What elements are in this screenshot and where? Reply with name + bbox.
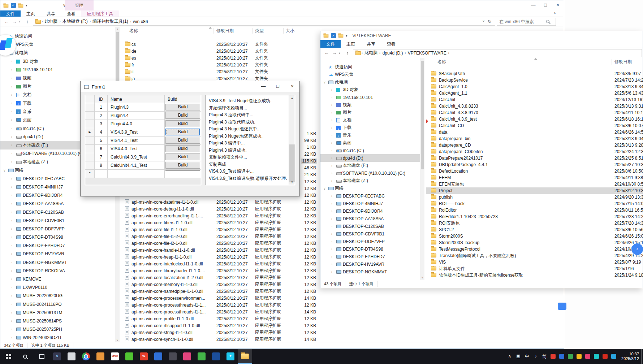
tree-item[interactable]: › DESKTOP-0EC7ABC bbox=[320, 192, 420, 200]
file-row[interactable]: api-ms-win-core-namedpipe-l1-1-0.dll 202… bbox=[120, 288, 559, 295]
expander-icon[interactable]: › bbox=[11, 93, 16, 97]
expander-icon[interactable]: › bbox=[11, 194, 16, 197]
tree-item[interactable]: › DESKTOP-DDF7VFP bbox=[320, 238, 420, 245]
tree-item[interactable]: › MUSE-20250725PH bbox=[0, 325, 115, 334]
expander-icon[interactable]: › bbox=[11, 269, 16, 273]
tray-app-icon[interactable] bbox=[566, 354, 575, 359]
log-scrollbar[interactable]: ▲ ▼ bbox=[289, 95, 295, 185]
tree-item[interactable]: › 3D 对象 bbox=[0, 57, 115, 66]
taskbar-file-explorer-button[interactable] bbox=[238, 349, 252, 364]
expander-icon[interactable]: › bbox=[331, 134, 336, 137]
cell-name[interactable]: VIS4.3.9_Test bbox=[108, 128, 165, 136]
cell-id[interactable] bbox=[95, 170, 108, 178]
expander-icon[interactable]: › bbox=[11, 143, 16, 147]
tree-item[interactable]: ∨ 网络 bbox=[320, 185, 420, 192]
tree-item[interactable]: › MUSE-20241116PO bbox=[0, 300, 115, 308]
expander-icon[interactable]: › bbox=[331, 164, 336, 168]
breadcrumb-item[interactable]: 此电脑 bbox=[363, 50, 379, 56]
build-button[interactable]: Build bbox=[165, 120, 200, 127]
tree-item[interactable]: 快速访问 bbox=[320, 63, 420, 71]
expander-icon[interactable]: › bbox=[11, 85, 16, 88]
folder-row[interactable]: publish 2024/9/20 13:38 bbox=[426, 194, 643, 200]
tree-item[interactable]: › KEMOVE bbox=[0, 275, 115, 283]
tree-item[interactable]: WPS云盘 bbox=[320, 71, 420, 78]
build-button[interactable]: Build bbox=[165, 104, 200, 110]
file-row[interactable]: api-ms-win-core-profile-l1-1-0.dll 2025/… bbox=[120, 315, 559, 322]
tree-item[interactable]: › 图片 bbox=[320, 109, 420, 116]
expander-icon[interactable]: › bbox=[11, 277, 16, 281]
ribbon-tab[interactable]: 主页 bbox=[341, 40, 361, 48]
address-dropdown-icon[interactable]: ∨ bbox=[482, 19, 485, 24]
tray-expand-icon[interactable]: ∧ bbox=[505, 354, 514, 360]
folder-row[interactable]: EFEM安装包 2024/10/30 8:54 bbox=[426, 181, 643, 187]
expander-icon[interactable]: › bbox=[331, 225, 336, 228]
search-input[interactable] bbox=[499, 19, 546, 24]
taskbar-app-button[interactable] bbox=[79, 349, 93, 364]
forward-icon[interactable]: → bbox=[10, 19, 18, 24]
build-button[interactable]: Build bbox=[165, 137, 200, 144]
expander-icon[interactable]: › bbox=[11, 177, 16, 181]
cell-name[interactable]: Plugin4.4.0 bbox=[108, 120, 165, 128]
build-button[interactable]: Build bbox=[165, 162, 200, 169]
cell-name[interactable]: Plugin4.4 bbox=[108, 112, 165, 120]
column-header-date[interactable]: 修改日期 bbox=[216, 28, 234, 34]
back-icon[interactable]: ← bbox=[323, 50, 331, 56]
expander-icon[interactable]: › bbox=[11, 101, 16, 105]
tree-item[interactable]: › MUSE-20220820UG bbox=[0, 292, 115, 300]
cell-id[interactable]: 4 bbox=[95, 128, 108, 136]
folder-row[interactable]: ROI——back 2025/7/15 14:01 bbox=[426, 200, 643, 207]
expander-icon[interactable]: › bbox=[11, 261, 16, 264]
expander-icon[interactable]: › bbox=[11, 311, 16, 315]
minimize-button[interactable]: — bbox=[527, 0, 539, 10]
cell-id[interactable]: 2 bbox=[95, 112, 108, 120]
tree-item[interactable]: › DESKTOP-AA18S5A bbox=[320, 215, 420, 222]
expander-icon[interactable]: › bbox=[11, 135, 16, 139]
expander-icon[interactable]: › bbox=[331, 240, 336, 243]
tree-item[interactable]: › DESKTOP-HV19AVR bbox=[320, 260, 420, 268]
ribbon-tab[interactable]: 共享 bbox=[361, 40, 381, 48]
app-tools-tab[interactable]: 应用程序工具 bbox=[81, 10, 119, 17]
folder-icon[interactable] bbox=[18, 4, 23, 8]
taskbar-app-button[interactable] bbox=[93, 349, 108, 364]
expander-icon[interactable]: › bbox=[11, 286, 16, 289]
tree-item[interactable]: › SOFTWARE (\\10.0.10.101) (G:) bbox=[320, 169, 420, 177]
tray-app-icon[interactable] bbox=[592, 354, 601, 359]
expander-icon[interactable]: › bbox=[331, 263, 336, 266]
expander-icon[interactable]: ∨ bbox=[323, 81, 328, 84]
ribbon-tab[interactable]: 查看 bbox=[381, 40, 401, 48]
folder-row[interactable]: Storm2000S_backup 2024/6/26 15:1 bbox=[426, 239, 643, 246]
tree-item[interactable]: › DESKTOP-C120SAB bbox=[0, 208, 115, 216]
taskbar-search-button[interactable] bbox=[17, 349, 33, 364]
expander-icon[interactable]: › bbox=[331, 217, 336, 221]
tree-item[interactable]: › 3D 对象 bbox=[320, 86, 420, 94]
grid-row[interactable]: 5 VIS4.4.1_Test Build bbox=[85, 136, 201, 145]
tree-item[interactable]: › 192.168.10.101 bbox=[0, 66, 115, 74]
tree-item[interactable]: › 音乐 bbox=[320, 131, 420, 139]
close-button[interactable]: × bbox=[552, 0, 564, 10]
tree-item[interactable]: ∨ 此电脑 bbox=[320, 78, 420, 86]
folder-row[interactable]: CalcAgent_1.0 2025/3/13 9:34 bbox=[426, 83, 643, 90]
folder-row[interactable]: CalcUnit_4.3.8.8233 2025/3/13 9:31 bbox=[426, 103, 643, 109]
grid-row[interactable]: 2 Plugin4.4 Build bbox=[85, 112, 201, 120]
row-selector[interactable] bbox=[85, 153, 95, 161]
tree-item[interactable]: › DESKTOP-NGKMMVT bbox=[320, 268, 420, 275]
maximize-button[interactable]: □ bbox=[271, 81, 285, 92]
cell-id[interactable]: 3 bbox=[95, 120, 108, 128]
tree-item[interactable]: › 下载 bbox=[320, 124, 420, 131]
expander-icon[interactable]: › bbox=[331, 156, 336, 160]
scrollbar-thumb[interactable] bbox=[289, 144, 295, 182]
grid-row[interactable]: 8 CalcUnit4.4.1_Test Build bbox=[85, 161, 201, 170]
search-box[interactable] bbox=[497, 18, 556, 26]
tree-item[interactable]: › MUSE-20250613TM bbox=[0, 308, 115, 317]
grid-row[interactable]: 3 Plugin4.4.0 Build bbox=[85, 120, 201, 128]
expander-icon[interactable]: › bbox=[331, 232, 336, 236]
folder-row[interactable]: Project 2025/8/12 10:36 bbox=[426, 187, 643, 194]
tray-app-icon[interactable] bbox=[601, 354, 609, 359]
folder-row[interactable]: DataPrepare20241017 2025/2/25 8:51 bbox=[426, 155, 643, 161]
file-row[interactable]: api-ms-win-core-processenvironmen... 202… bbox=[120, 295, 559, 302]
refresh-icon[interactable]: ↻ bbox=[488, 19, 491, 24]
column-header-type[interactable]: 类型 bbox=[255, 28, 264, 34]
show-desktop-button[interactable] bbox=[641, 349, 643, 364]
tray-media-icon[interactable]: ♪ bbox=[531, 354, 540, 360]
chevron-down-icon[interactable]: ▾ bbox=[26, 4, 27, 7]
